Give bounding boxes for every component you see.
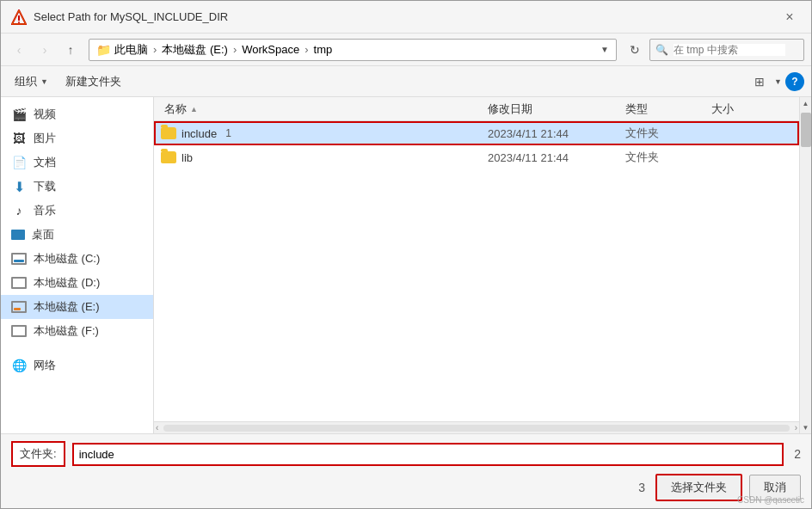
file-header: 名称 ▲ 修改日期 类型 大小: [154, 97, 799, 121]
picture-icon: 🖼: [11, 131, 27, 146]
col-header-name[interactable]: 名称 ▲: [161, 101, 488, 117]
address-sep-3: ›: [304, 43, 308, 56]
navbar: ‹ › ↑ 📁 此电脑 › 本地磁盘 (E:) › WorkSpace › tm…: [1, 34, 811, 66]
address-part-3: WorkSpace: [242, 43, 299, 56]
col-header-size[interactable]: 大小: [711, 101, 780, 117]
organize-dropdown-icon: ▼: [40, 77, 48, 86]
search-icon: 🔍: [650, 44, 674, 56]
sidebar-item-drive-d[interactable]: 本地磁盘 (D:): [1, 271, 153, 295]
file-name-lib: lib: [181, 151, 193, 164]
sidebar-label-network: 网络: [34, 358, 56, 373]
sidebar: 🎬 视频 🖼 图片 📄 文档 ⬇ 下载 ♪ 音乐 桌面: [1, 97, 154, 433]
file-cell-name-include: include 1: [161, 127, 488, 140]
folder-icon-include: [161, 127, 176, 139]
main-content: 🎬 视频 🖼 图片 📄 文档 ⬇ 下载 ♪ 音乐 桌面: [1, 97, 811, 433]
new-folder-button[interactable]: 新建文件夹: [58, 71, 128, 92]
sidebar-label-drive-e: 本地磁盘 (E:): [34, 299, 100, 315]
organize-button[interactable]: 组织 ▼: [8, 71, 55, 92]
sidebar-item-drive-c[interactable]: 本地磁盘 (C:): [1, 247, 153, 271]
address-sep-1: ›: [153, 43, 157, 56]
annotation-2: 2: [794, 447, 801, 461]
forward-button[interactable]: ›: [34, 39, 56, 61]
address-part-2: 本地磁盘 (E:): [162, 42, 228, 58]
sidebar-item-drive-e[interactable]: 本地磁盘 (E:): [1, 295, 153, 319]
new-folder-label: 新建文件夹: [65, 74, 121, 89]
annotation-1: 1: [225, 127, 231, 139]
file-area: 名称 ▲ 修改日期 类型 大小 incl: [154, 97, 799, 433]
organize-label: 组织: [15, 74, 37, 89]
folder-label: 文件夹:: [20, 446, 57, 462]
scroll-thumb[interactable]: [801, 113, 811, 147]
video-icon: 🎬: [11, 107, 27, 122]
sidebar-item-desktop[interactable]: 桌面: [1, 223, 153, 247]
sort-icon: ▲: [190, 105, 198, 113]
close-button[interactable]: ×: [778, 6, 801, 28]
col-header-date[interactable]: 修改日期: [488, 101, 625, 117]
vertical-scrollbar[interactable]: ▲ ▼: [799, 97, 811, 433]
folder-input-container: [72, 443, 784, 466]
watermark: CSDN @qascetic: [737, 495, 804, 505]
app-icon: [11, 9, 27, 25]
drive-e-icon: [11, 301, 27, 313]
select-folder-button[interactable]: 选择文件夹: [655, 474, 742, 501]
horizontal-scrollbar[interactable]: ‹ ›: [154, 421, 799, 433]
address-bar[interactable]: 📁 此电脑 › 本地磁盘 (E:) › WorkSpace › tmp ▼: [89, 39, 617, 61]
address-dropdown-icon[interactable]: ▼: [600, 45, 609, 54]
view-button[interactable]: ⊞: [748, 71, 771, 93]
sidebar-item-drive-f[interactable]: 本地磁盘 (F:): [1, 319, 153, 343]
sidebar-label-drive-f: 本地磁盘 (F:): [34, 323, 99, 339]
address-sep-2: ›: [233, 43, 237, 56]
sidebar-label-document: 文档: [34, 155, 56, 170]
scroll-left-icon[interactable]: ‹: [154, 423, 160, 432]
drive-d-icon: [11, 277, 27, 289]
col-header-type[interactable]: 类型: [625, 101, 711, 117]
sidebar-label-picture: 图片: [34, 131, 56, 146]
file-date-include: 2023/4/11 21:44: [488, 127, 625, 140]
file-name-include: include: [181, 127, 217, 140]
folder-label-area: 文件夹:: [11, 441, 65, 467]
address-part-4: tmp: [314, 43, 333, 56]
scroll-up-button[interactable]: ▲: [800, 97, 812, 109]
address-folder-icon: 📁: [96, 43, 111, 57]
dialog-title: Select Path for MySQL_INCLUDE_DIR: [34, 10, 778, 23]
address-part-1: 此电脑: [114, 42, 148, 58]
network-icon: 🌐: [11, 358, 27, 373]
scroll-down-button[interactable]: ▼: [800, 421, 812, 433]
folder-input[interactable]: [74, 445, 783, 464]
sidebar-spacer: [1, 343, 153, 353]
file-date-lib: 2023/4/11 21:44: [488, 151, 625, 164]
sidebar-label-desktop: 桌面: [32, 227, 54, 242]
search-input[interactable]: [674, 44, 785, 56]
sidebar-item-music[interactable]: ♪ 音乐: [1, 199, 153, 223]
view-dropdown-icon[interactable]: ▼: [774, 77, 782, 86]
bottom-bar: 文件夹: 2 3 选择文件夹 取消: [1, 433, 811, 508]
file-list: include 1 2023/4/11 21:44 文件夹 lib 2023/4…: [154, 121, 799, 421]
sidebar-label-drive-c: 本地磁盘 (C:): [34, 251, 100, 267]
music-icon: ♪: [11, 203, 27, 218]
file-row-lib[interactable]: lib 2023/4/11 21:44 文件夹: [154, 145, 799, 169]
desktop-icon: [11, 230, 25, 240]
search-box: 🔍: [649, 39, 804, 61]
document-icon: 📄: [11, 155, 27, 170]
file-row-include[interactable]: include 1 2023/4/11 21:44 文件夹: [154, 121, 799, 145]
scrollbar-track: [163, 425, 789, 432]
toolbar: 组织 ▼ 新建文件夹 ⊞ ▼ ?: [1, 66, 811, 97]
file-type-include: 文件夹: [625, 126, 711, 141]
sidebar-label-video: 视频: [34, 107, 56, 122]
drive-f-icon: [11, 325, 27, 337]
sidebar-label-download: 下载: [34, 179, 56, 194]
sidebar-label-drive-d: 本地磁盘 (D:): [34, 275, 100, 291]
annotation-3: 3: [638, 481, 645, 494]
back-button[interactable]: ‹: [8, 39, 30, 61]
sidebar-item-download[interactable]: ⬇ 下载: [1, 175, 153, 199]
button-row: 3 选择文件夹 取消: [11, 474, 801, 501]
refresh-button[interactable]: ↻: [624, 39, 646, 61]
help-button[interactable]: ?: [785, 72, 804, 91]
scroll-right-icon[interactable]: ›: [793, 423, 799, 432]
sidebar-item-picture[interactable]: 🖼 图片: [1, 126, 153, 150]
sidebar-item-video[interactable]: 🎬 视频: [1, 102, 153, 126]
sidebar-item-network[interactable]: 🌐 网络: [1, 353, 153, 377]
drive-c-icon: [11, 253, 27, 265]
up-button[interactable]: ↑: [59, 39, 82, 61]
sidebar-item-document[interactable]: 📄 文档: [1, 150, 153, 175]
